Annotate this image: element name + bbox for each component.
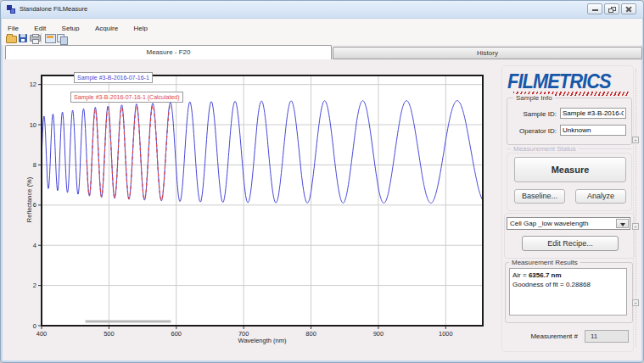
- chevron-down-icon: [620, 223, 625, 226]
- recipe-select[interactable]: Cell Gap _low wavelength: [507, 217, 630, 230]
- svg-text:12: 12: [30, 81, 36, 88]
- svg-text:4: 4: [33, 242, 36, 249]
- legend-calculated: Sample #3-B-2016-07-16-1 (Calculated): [70, 92, 183, 103]
- recipe-dropdown-button[interactable]: [616, 219, 629, 228]
- sample-id-input[interactable]: [560, 108, 626, 119]
- restore-button[interactable]: [604, 3, 619, 14]
- svg-text:6: 6: [33, 201, 36, 209]
- save-icon: [19, 34, 27, 42]
- copy-button[interactable]: [56, 33, 68, 43]
- splitter-grip-top[interactable]: +: [632, 137, 639, 143]
- window-controls: [587, 3, 636, 14]
- filmetrics-logo: FILMETRICS: [507, 70, 627, 93]
- open-file-button[interactable]: [5, 33, 17, 43]
- snapshot-button[interactable]: [44, 33, 56, 43]
- baseline-button[interactable]: Baseline...: [514, 189, 565, 204]
- measurement-status-label: Measurement Status: [511, 145, 579, 153]
- snapshot-icon: [45, 34, 56, 43]
- open-folder-icon: [6, 36, 17, 43]
- svg-text:2: 2: [33, 282, 36, 289]
- measurement-status-group: Measurement Status: [507, 144, 632, 153]
- minimize-button[interactable]: [587, 3, 602, 14]
- title-bar: Standalone FILMeasure: [1, 1, 643, 19]
- x-axis-label: Wavelength (nm): [42, 337, 483, 344]
- minimize-icon: [592, 9, 598, 11]
- recipe-selected-value: Cell Gap _low wavelength: [510, 220, 589, 227]
- tab-history[interactable]: History: [333, 47, 642, 59]
- tab-strip: Measure - F20 History: [1, 45, 643, 59]
- measure-button[interactable]: Measure: [514, 157, 626, 182]
- print-button[interactable]: [29, 33, 41, 43]
- toolbar: [2, 31, 642, 45]
- save-button[interactable]: [17, 33, 29, 43]
- svg-text:8: 8: [33, 161, 36, 169]
- close-button[interactable]: [621, 3, 636, 14]
- splitter-grip-bottom[interactable]: +: [632, 299, 639, 306]
- splitter-grip-middle[interactable]: +: [632, 223, 639, 230]
- toolbar-separator: [41, 33, 42, 43]
- result-line-goodness: Goodness of fit = 0.28868: [512, 280, 624, 289]
- svg-text:0: 0: [33, 322, 36, 330]
- app-icon: [7, 5, 15, 14]
- svg-text:10: 10: [30, 121, 36, 129]
- measurement-results-legend: Measurement Results: [509, 259, 580, 266]
- copy-icon: [57, 34, 64, 42]
- menu-bar: File Edit Setup Acquire Help: [2, 19, 642, 31]
- measurement-results-box: Air = 6356.7 nm Goodness of fit = 0.2886…: [509, 268, 627, 316]
- sample-info-legend: Sample Info: [513, 94, 555, 102]
- edit-recipe-button[interactable]: Edit Recipe...: [522, 236, 619, 251]
- sample-id-label: Sample ID:: [511, 110, 557, 118]
- measurement-number-label: Measurement #: [510, 332, 578, 340]
- print-icon: [30, 35, 41, 42]
- reflectance-plot[interactable]: 4005006007008009001000024681012: [8, 62, 501, 359]
- spectrum-chart: 4005006007008009001000024681012 Sample #…: [8, 62, 501, 359]
- legend-measured: Sample #3-B-2016-07-16-1: [74, 72, 153, 83]
- window-title: Standalone FILMeasure: [20, 5, 87, 13]
- analyze-button[interactable]: Analyze: [575, 189, 626, 204]
- operator-id-input[interactable]: [560, 125, 626, 136]
- sample-info-group: Sample Info Sample ID: Operator ID:: [507, 98, 632, 145]
- tab-measure-f20[interactable]: Measure - F20: [5, 45, 332, 59]
- result-line-air: Air = 6356.7 nm: [512, 271, 624, 280]
- y-axis-label: Reflectance (%): [25, 149, 33, 251]
- measurement-number-value: [585, 330, 629, 343]
- app-window: Standalone FILMeasure File Edit Setup Ac…: [0, 0, 644, 363]
- operator-id-label: Operator ID:: [511, 127, 557, 135]
